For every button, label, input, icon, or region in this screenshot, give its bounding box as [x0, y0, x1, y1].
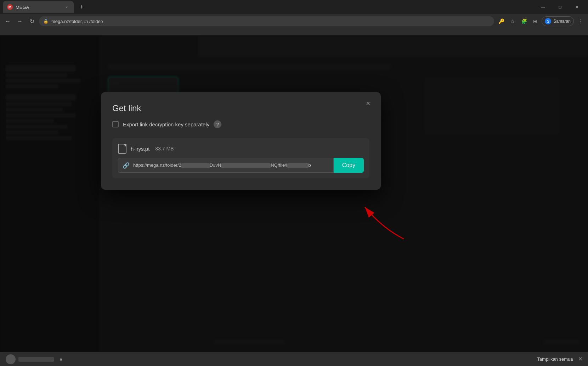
- back-button[interactable]: ←: [3, 16, 13, 26]
- export-key-checkbox[interactable]: [112, 121, 119, 127]
- modal-close-button[interactable]: ×: [362, 98, 374, 109]
- file-size: 83.7 MB: [155, 146, 174, 151]
- show-all-text: Tampilkan semua: [537, 356, 573, 362]
- overlay-dim: [0, 35, 588, 352]
- export-option-row: Export link decryption key separately ?: [112, 120, 369, 128]
- get-link-modal: × Get link Export link decryption key se…: [101, 92, 381, 190]
- minimize-button[interactable]: —: [535, 1, 551, 13]
- tab-favicon: M: [7, 4, 13, 10]
- browser-actions: 🔑 ☆ 🧩 ⊞ S Samaran ⋮: [496, 16, 585, 26]
- bottom-bar: ∧ Tampilkan semua ×: [0, 352, 588, 366]
- link-input-area[interactable]: 🔗 https://mega.nz/folder/2D#vNNQ/file/lb: [118, 158, 334, 173]
- help-icon[interactable]: ?: [214, 120, 221, 128]
- key-icon-button[interactable]: 🔑: [496, 16, 506, 26]
- address-text: mega.nz/folder, #\ /folder/: [51, 19, 103, 24]
- link-row: 🔗 https://mega.nz/folder/2D#vNNQ/file/lb…: [118, 158, 364, 173]
- file-row: h-irys.pt 83.7 MB: [118, 144, 364, 154]
- window-controls: — □ ×: [535, 1, 585, 13]
- tab-title: MEGA: [16, 5, 61, 10]
- modal-title: Get link: [112, 103, 369, 113]
- bottom-left-area: ∧: [6, 354, 65, 364]
- bottom-right-area: Tampilkan semua ×: [537, 355, 582, 363]
- maximize-button[interactable]: □: [552, 1, 568, 13]
- menu-button[interactable]: ⋮: [575, 16, 585, 26]
- extensions-button[interactable]: 🧩: [519, 16, 529, 26]
- chain-icon: 🔗: [123, 162, 130, 169]
- lock-icon: 🔒: [43, 19, 49, 24]
- close-button[interactable]: ×: [569, 1, 585, 13]
- profile-button[interactable]: S Samaran: [542, 16, 574, 26]
- bottom-name-blurred: [18, 357, 54, 362]
- bottom-close-button[interactable]: ×: [578, 355, 582, 363]
- grid-button[interactable]: ⊞: [530, 16, 540, 26]
- link-text: https://mega.nz/folder/2D#vNNQ/file/lb: [133, 162, 311, 168]
- star-button[interactable]: ☆: [508, 16, 518, 26]
- forward-button[interactable]: →: [15, 16, 25, 26]
- bottom-avatar: [6, 354, 16, 364]
- avatar: S: [545, 18, 551, 24]
- copy-button[interactable]: Copy: [334, 158, 364, 173]
- file-name: h-irys.pt: [131, 146, 149, 152]
- address-bar-row: ← → ↻ 🔒 mega.nz/folder, #\ /folder/ 🔑 ☆ …: [0, 14, 588, 28]
- browser-chrome: M MEGA × + — □ × ← →: [0, 0, 588, 35]
- file-icon: [118, 144, 126, 154]
- tab-close-icon[interactable]: ×: [64, 4, 69, 10]
- expand-button[interactable]: ∧: [57, 355, 65, 364]
- address-bar[interactable]: 🔒 mega.nz/folder, #\ /folder/: [39, 16, 494, 26]
- refresh-button[interactable]: ↻: [27, 16, 37, 26]
- browser-tab[interactable]: M MEGA ×: [3, 1, 74, 13]
- title-bar: M MEGA × + — □ ×: [0, 0, 588, 14]
- file-section: h-irys.pt 83.7 MB 🔗 https://mega.nz/fold…: [112, 138, 369, 178]
- export-key-label: Export link decryption key separately: [123, 121, 209, 127]
- new-tab-button[interactable]: +: [77, 2, 86, 12]
